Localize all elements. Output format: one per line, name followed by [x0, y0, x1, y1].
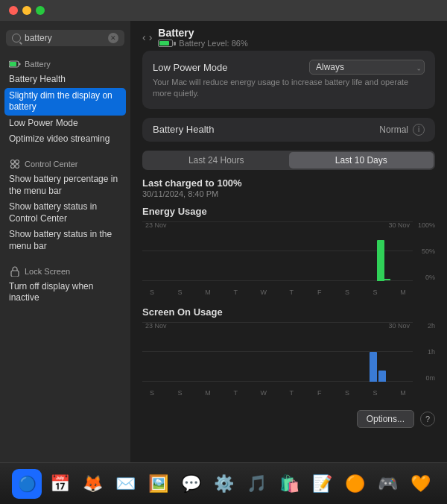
tab-10d[interactable]: Last 10 Days [289, 152, 434, 168]
svg-rect-7 [11, 271, 19, 277]
dock-item-more2[interactable]: 🎮 [372, 469, 402, 499]
options-button[interactable]: Options... [357, 410, 414, 428]
x-w1: W [257, 289, 270, 296]
dock-item-mail[interactable]: ✉️ [110, 469, 140, 499]
bottom-bar: Options... ? [142, 407, 435, 428]
energy-y-labels: 100% 50% 0% [418, 221, 435, 281]
sidebar-section-control-center: Control Center [0, 154, 130, 171]
energy-xaxis-inner: S S M T W T F S S M [142, 289, 413, 296]
sidebar: battery ✕ Battery Battery Health Slightl… [0, 21, 130, 462]
sidebar-item-low-power-label: Low Power Mode [9, 118, 78, 130]
sidebar-item-show-battery-status-mb[interactable]: Show battery status in the menu bar [0, 227, 130, 254]
sx-s1: S [145, 389, 159, 397]
battery-health-row: Battery Health Normal i [142, 118, 435, 142]
dock-item-music[interactable]: 🎵 [241, 469, 271, 499]
forward-arrow[interactable]: › [149, 31, 153, 43]
last-charged-title: Last charged to 100% [142, 177, 435, 189]
dock-item-calendar[interactable]: 📅 [45, 469, 74, 499]
dock-item-appstore[interactable]: 🛍️ [274, 469, 304, 499]
tab-24h[interactable]: Last 24 Hours [144, 152, 289, 168]
header-title-block: Battery Battery Level: 86% [158, 27, 247, 48]
sidebar-item-battery-health[interactable]: Battery Health [0, 72, 130, 88]
screen-chart-title: Screen On Usage [142, 306, 435, 318]
y-label-2h: 2h [428, 322, 435, 330]
sidebar-item-optimize-video[interactable]: Optimize video streaming [0, 131, 130, 148]
close-button[interactable] [9, 6, 18, 15]
sidebar-section-lock-screen: Lock Screen [0, 261, 130, 279]
svg-rect-2 [10, 62, 16, 66]
energy-chart-area [142, 221, 413, 281]
sidebar-item-low-power[interactable]: Low Power Mode [0, 116, 130, 132]
sidebar-item-slightly-dim[interactable]: Slightly dim the display on battery [4, 88, 126, 116]
sx-s4: S [369, 389, 382, 397]
energy-chart-section: Energy Usage 100% 50% 0% [142, 206, 435, 296]
battery-level-icon [158, 40, 176, 47]
x-m2: M [396, 289, 410, 296]
sidebar-item-turn-off-display[interactable]: Turn off display when inactive [0, 279, 130, 306]
screen-chart-container: 2h 1h 0m S S M T W [142, 322, 435, 397]
x-s2: S [173, 289, 186, 296]
screen-chart-section: Screen On Usage 2h 1h 0m [142, 306, 435, 397]
dock-item-firefox[interactable]: 🦊 [77, 469, 107, 499]
battery-section-label: Battery [25, 60, 51, 69]
screen-y-labels: 2h 1h 0m [425, 322, 435, 382]
low-power-mode-select-wrapper: Always Never Only on Battery Only on Pow… [309, 60, 425, 75]
x-f1: F [313, 289, 326, 296]
dock-item-more3[interactable]: 🧡 [405, 469, 435, 499]
low-power-mode-select[interactable]: Always Never Only on Battery Only on Pow… [309, 60, 425, 75]
x-t2: T [285, 289, 298, 296]
content-pane: ‹ › Battery Battery Level: 86% [130, 21, 447, 462]
dock-item-more1[interactable]: 🟠 [340, 469, 370, 499]
search-clear-button[interactable]: ✕ [108, 33, 118, 43]
battery-sidebar-icon [9, 58, 21, 70]
screen-xaxis-inner: S S M T W T F S S M [142, 389, 413, 397]
minimize-button[interactable] [22, 6, 31, 15]
sx-f1: F [313, 389, 326, 397]
back-arrow[interactable]: ‹ [142, 31, 146, 43]
main-layout: battery ✕ Battery Battery Health Slightl… [0, 21, 447, 462]
screen-xaxis: S S M T W T F S S M [142, 382, 413, 397]
last-charged-block: Last charged to 100% 30/11/2024, 8:40 PM [142, 177, 435, 198]
sidebar-item-show-battery-pct[interactable]: Show battery percentage in the menu bar [0, 171, 130, 199]
energy-xaxis: S S M T W T F S S M [142, 281, 413, 296]
screen-bar-2 [378, 371, 386, 382]
dock-item-messages[interactable]: 💬 [176, 469, 206, 499]
dock: 🔵 📅 🦊 ✉️ 🖼️ 💬 ⚙️ 🎵 🛍️ 📝 🟠 🎮 🧡 [0, 462, 447, 504]
dock-item-photos[interactable]: 🖼️ [143, 469, 173, 499]
x-s1: S [145, 289, 159, 296]
sx-m1: M [201, 389, 215, 397]
low-power-mode-row: Low Power Mode Always Never Only on Batt… [153, 60, 425, 75]
energy-chart-title: Energy Usage [142, 206, 435, 217]
info-icon[interactable]: i [413, 124, 425, 136]
low-power-mode-desc: Your Mac will reduce energy usage to inc… [153, 77, 425, 100]
last-charged-sub: 30/11/2024, 8:40 PM [142, 189, 435, 198]
y-label-100: 100% [418, 221, 435, 229]
dock-item-notes[interactable]: 📝 [307, 469, 337, 499]
titlebar [0, 0, 447, 21]
tab-bar: Last 24 Hours Last 10 Days [142, 151, 435, 170]
help-button[interactable]: ? [420, 412, 435, 426]
svg-point-5 [11, 164, 15, 168]
sidebar-item-turn-off-display-label: Turn off display when inactive [9, 281, 121, 304]
sidebar-item-show-battery-status-cc-label: Show battery status in Control Center [9, 201, 121, 224]
screen-chart-area [142, 322, 413, 382]
battery-level-text: Battery Level: 86% [179, 39, 247, 48]
svg-rect-1 [19, 63, 21, 66]
dock-item-finder[interactable]: 🔵 [12, 469, 42, 499]
y-label-1h: 1h [428, 348, 435, 356]
x-s4: S [369, 289, 382, 296]
fullscreen-button[interactable] [36, 6, 45, 15]
sidebar-item-optimize-video-label: Optimize video streaming [9, 133, 110, 145]
lock-icon [9, 265, 21, 277]
sidebar-item-show-battery-status-cc[interactable]: Show battery status in Control Center [0, 199, 130, 227]
sidebar-item-slightly-dim-label: Slightly dim the display on battery [9, 90, 121, 113]
sidebar-section-battery: Battery [0, 54, 130, 72]
svg-point-3 [11, 160, 15, 163]
search-bar[interactable]: battery ✕ [6, 30, 124, 46]
sx-m2: M [396, 389, 410, 397]
energy-bar-1 [377, 240, 384, 281]
traffic-lights [9, 6, 45, 15]
dock-item-settings[interactable]: ⚙️ [209, 469, 238, 499]
svg-point-6 [16, 164, 19, 168]
search-input[interactable]: battery [25, 33, 104, 43]
